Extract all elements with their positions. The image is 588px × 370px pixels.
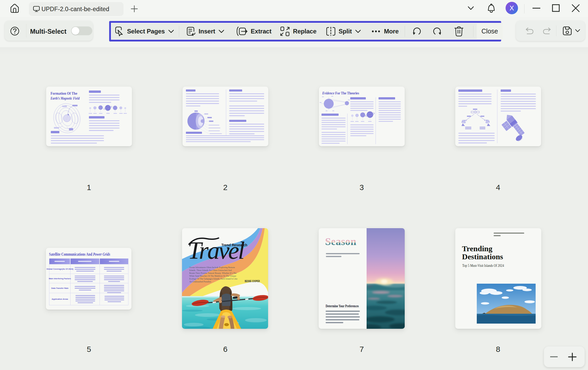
svg-text:Islands. These Islands Are Oft: Islands. These Islands Are Often Untouch… — [189, 269, 232, 271]
svg-text:Determine Your Preferences: Determine Your Preferences — [326, 304, 359, 308]
svg-text:Trend Research: Trend Research — [221, 243, 247, 247]
svg-text:Top 5 Must-Visit Islands Of 20: Top 5 Must-Visit Islands Of 2024 — [462, 264, 504, 268]
svg-text:Satellite Communications And P: Satellite Communications And Power Grids — [49, 252, 110, 256]
svg-text:Global Coverage(As Of 2024): Global Coverage(As Of 2024) — [46, 268, 73, 270]
svg-text:Retain Their Pristine Natural: Retain Their Pristine Natural Beauty. Wh… — [189, 272, 237, 274]
svg-text:Destinations: Destinations — [462, 252, 503, 261]
svg-text:Ecology Of The Galapagos Islan: Ecology Of The Galapagos Islands, Each I… — [189, 278, 237, 280]
svg-text:Formation Of The: Formation Of The — [51, 91, 78, 95]
svg-text:An Undisturbed Paradise.: An Undisturbed Paradise. — [189, 281, 212, 283]
svg-text:White Sand Beaches Of The Mald: White Sand Beaches Of The Maldives Or Th… — [189, 275, 236, 277]
svg-text:Trending: Trending — [462, 244, 492, 253]
svg-text:Application Areas: Application Areas — [52, 298, 68, 300]
svg-text:Earth’s Magnetic Field: Earth’s Magnetic Field — [50, 96, 80, 100]
svg-text:Ocean Adventurers Often Includ: Ocean Adventurers Often Include Explorin… — [189, 266, 235, 269]
svg-text:BESSIE COOPER: BESSIE COOPER — [245, 280, 260, 283]
svg-text:Season: Season — [325, 236, 356, 247]
svg-text:Travel: Travel — [188, 236, 244, 264]
svg-text:Evidence For The Theories: Evidence For The Theories — [322, 91, 359, 95]
svg-text:Data Transfer Rate: Data Transfer Rate — [51, 287, 68, 289]
svg-text:Main Interfering Factors: Main Interfering Factors — [49, 277, 71, 280]
